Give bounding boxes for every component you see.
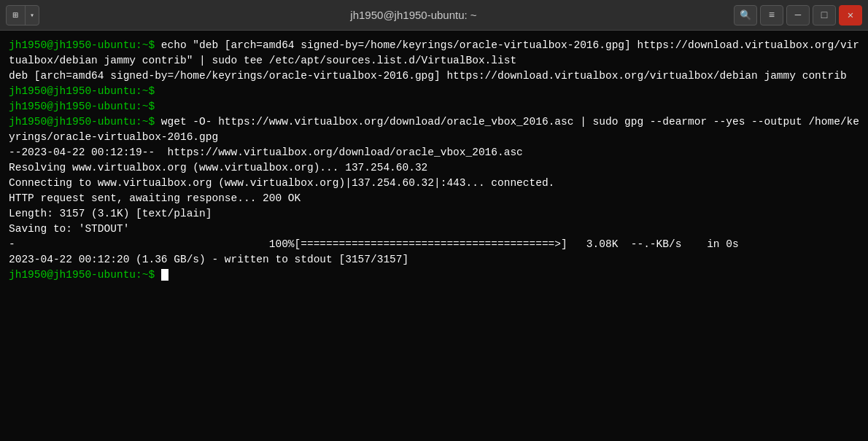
terminal-line: 2023-04-22 00:12:20 (1.36 GB/s) - writte… xyxy=(9,252,859,268)
prompt: jh1950@jh1950-ubuntu:~$ xyxy=(9,116,161,128)
output-text: Saving to: 'STDOUT' xyxy=(9,223,129,235)
output-text: 2023-04-22 00:12:20 (1.36 GB/s) - writte… xyxy=(9,254,408,265)
terminal-line: Resolving www.virtualbox.org (www.virtua… xyxy=(9,160,859,176)
maximize-button[interactable]: □ xyxy=(813,5,836,26)
new-tab-chevron-icon[interactable]: ▾ xyxy=(26,5,39,26)
search-button[interactable]: 🔍 xyxy=(734,5,757,26)
output-text: HTTP request sent, awaiting response... … xyxy=(9,192,301,204)
titlebar-right: 🔍 ≡ ─ □ ✕ xyxy=(734,5,862,26)
prompt: jh1950@jh1950-ubuntu:~$ xyxy=(9,39,161,51)
terminal-line: jh1950@jh1950-ubuntu:~$ xyxy=(9,268,859,283)
output-text: Resolving www.virtualbox.org (www.virtua… xyxy=(9,162,427,173)
minimize-button[interactable]: ─ xyxy=(786,5,810,26)
titlebar-left: ⊞ ▾ xyxy=(6,5,93,26)
close-icon: ✕ xyxy=(848,9,853,21)
cursor xyxy=(161,269,168,281)
search-icon: 🔍 xyxy=(740,9,751,21)
terminal-line: HTTP request sent, awaiting response... … xyxy=(9,191,859,206)
output-text: --2023-04-22 00:12:19-- https://www.virt… xyxy=(9,147,523,158)
menu-button[interactable]: ≡ xyxy=(760,5,783,26)
prompt: jh1950@jh1950-ubuntu:~$ xyxy=(9,269,161,281)
terminal-line: jh1950@jh1950-ubuntu:~$ xyxy=(9,84,859,99)
terminal-line: - 100%[=================================… xyxy=(9,237,859,252)
terminal-line: jh1950@jh1950-ubuntu:~$ xyxy=(9,99,859,114)
output-text: - 100%[=================================… xyxy=(9,238,751,250)
titlebar: ⊞ ▾ jh1950@jh1950-ubuntu: ~ 🔍 ≡ ─ □ ✕ xyxy=(0,0,868,31)
terminal-line: --2023-04-22 00:12:19-- https://www.virt… xyxy=(9,145,859,160)
new-tab-split-button[interactable]: ⊞ ▾ xyxy=(6,5,39,26)
prompt: jh1950@jh1950-ubuntu:~$ xyxy=(9,101,161,112)
terminal-area[interactable]: jh1950@jh1950-ubuntu:~$ echo "deb [arch=… xyxy=(0,31,868,441)
terminal-line: deb [arch=amd64 signed-by=/home/keyrings… xyxy=(9,69,859,84)
close-button[interactable]: ✕ xyxy=(839,5,862,26)
maximize-icon: □ xyxy=(821,9,827,21)
terminal-line: Saving to: 'STDOUT' xyxy=(9,222,859,237)
minimize-icon: ─ xyxy=(795,9,801,21)
prompt: jh1950@jh1950-ubuntu:~$ xyxy=(9,85,161,97)
terminal-line: Connecting to www.virtualbox.org (www.vi… xyxy=(9,176,859,191)
terminal-line: jh1950@jh1950-ubuntu:~$ wget -O- https:/… xyxy=(9,114,859,145)
new-tab-button[interactable]: ⊞ xyxy=(7,5,26,26)
terminal-line: jh1950@jh1950-ubuntu:~$ echo "deb [arch=… xyxy=(9,38,859,69)
window-title: jh1950@jh1950-ubuntu: ~ xyxy=(93,9,734,21)
output-text: Connecting to www.virtualbox.org (www.vi… xyxy=(9,177,554,189)
menu-icon: ≡ xyxy=(769,9,775,21)
output-text: deb [arch=amd64 signed-by=/home/keyrings… xyxy=(9,70,847,82)
output-text: Length: 3157 (3.1K) [text/plain] xyxy=(9,208,212,219)
terminal-line: Length: 3157 (3.1K) [text/plain] xyxy=(9,206,859,222)
